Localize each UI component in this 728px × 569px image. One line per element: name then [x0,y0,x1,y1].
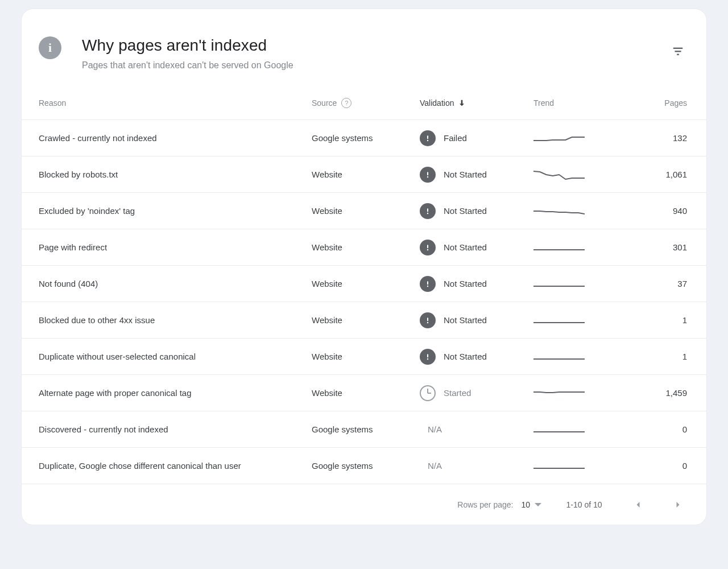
validation-cell: Not Started [420,167,533,183]
rows-per-page-select[interactable]: 10 [521,500,541,509]
table-row[interactable]: Discovered - currently not indexedGoogle… [22,411,706,447]
svg-rect-0 [673,48,683,49]
trend-cell [533,422,640,438]
pages-cell: 1 [640,352,689,361]
table-row[interactable]: Crawled - currently not indexedGoogle sy… [22,119,706,156]
help-icon[interactable]: ? [341,98,351,108]
source-cell: Website [312,279,420,288]
reason-cell: Page with redirect [39,242,312,252]
trend-cell [533,385,640,401]
prev-page-button[interactable] [627,493,650,516]
validation-cell: Not Started [420,203,533,219]
rows-per-page-label: Rows per page: [457,500,513,509]
col-source-label: Source [312,98,337,108]
pages-cell: 301 [640,242,689,252]
indexing-reasons-card: i Why pages aren't indexed Pages that ar… [22,9,706,525]
table-row[interactable]: Page with redirectWebsiteNot Started301 [22,229,706,265]
table-footer: Rows per page: 10 1-10 of 10 [22,484,706,525]
pages-cell: 1 [640,315,689,325]
rows-per-page-value: 10 [521,500,530,509]
caret-down-icon [535,503,541,506]
svg-point-16 [427,358,428,359]
pages-cell: 37 [640,279,689,288]
pages-cell: 132 [640,133,689,143]
table-row[interactable]: Excluded by 'noindex' tagWebsiteNot Star… [22,192,706,229]
svg-rect-1 [675,51,681,52]
source-cell: Google systems [312,133,420,143]
source-cell: Website [312,315,420,325]
svg-rect-3 [427,135,428,139]
trend-cell [533,458,640,474]
reason-cell: Duplicate, Google chose different canoni… [39,461,312,471]
reason-cell: Alternate page with proper canonical tag [39,388,312,398]
svg-rect-7 [427,208,428,212]
source-cell: Website [312,242,420,252]
pages-cell: 1,061 [640,170,689,179]
col-validation[interactable]: Validation [420,98,533,108]
validation-na: N/A [420,424,442,434]
validation-text: Not Started [444,206,487,216]
source-cell: Website [312,388,420,398]
validation-cell: Started [420,385,533,401]
svg-point-14 [427,321,428,323]
alert-icon [420,276,436,292]
svg-point-10 [427,249,428,250]
col-validation-label: Validation [420,98,454,108]
filter-icon [672,45,684,57]
validation-text: Not Started [444,352,487,361]
filter-button[interactable] [667,40,689,63]
validation-cell: Not Started [420,312,533,328]
table-row[interactable]: Blocked by robots.txtWebsiteNot Started1… [22,156,706,192]
pages-cell: 1,459 [640,388,689,398]
svg-rect-15 [427,354,428,357]
validation-text: Not Started [444,279,487,288]
alert-icon [420,203,436,219]
trend-cell [533,276,640,292]
col-trend: Trend [533,98,640,108]
trend-cell [533,240,640,255]
validation-cell: Not Started [420,349,533,365]
svg-point-6 [427,176,428,177]
trend-cell [533,349,640,365]
alert-icon [420,240,436,255]
card-title: Why pages aren't indexed [82,36,667,55]
col-reason[interactable]: Reason [39,98,312,108]
validation-cell: Not Started [420,240,533,255]
trend-cell [533,167,640,183]
validation-cell: N/A [420,461,533,471]
validation-text: Not Started [444,242,487,252]
card-header: i Why pages aren't indexed Pages that ar… [22,9,706,84]
table-row[interactable]: Duplicate without user-selected canonica… [22,338,706,374]
header-titles: Why pages aren't indexed Pages that aren… [82,36,667,71]
validation-cell: N/A [420,424,533,434]
validation-na: N/A [420,461,442,471]
table-row[interactable]: Blocked due to other 4xx issueWebsiteNot… [22,302,706,338]
svg-rect-11 [427,281,428,284]
validation-cell: Failed [420,130,533,146]
source-cell: Website [312,206,420,216]
reason-cell: Discovered - currently not indexed [39,424,312,434]
svg-point-4 [427,139,428,141]
pages-cell: 0 [640,461,689,471]
col-source[interactable]: Source ? [312,98,420,108]
table-row[interactable]: Alternate page with proper canonical tag… [22,374,706,411]
chevron-right-icon [672,499,684,510]
reason-cell: Crawled - currently not indexed [39,133,312,143]
validation-text: Started [444,388,471,398]
reason-cell: Blocked by robots.txt [39,170,312,179]
table-row[interactable]: Not found (404)WebsiteNot Started37 [22,265,706,302]
svg-rect-2 [677,54,679,55]
next-page-button[interactable] [667,493,689,516]
source-cell: Google systems [312,424,420,434]
card-subtitle: Pages that aren't indexed can't be serve… [82,60,667,71]
pages-cell: 0 [640,424,689,434]
trend-cell [533,312,640,328]
table-row[interactable]: Duplicate, Google chose different canoni… [22,447,706,484]
sort-descending-icon [457,98,466,108]
table-header: Reason Source ? Validation Trend Pages [22,84,706,119]
alert-icon [420,312,436,328]
table-body: Crawled - currently not indexedGoogle sy… [22,119,706,484]
svg-point-8 [427,212,428,213]
reason-cell: Blocked due to other 4xx issue [39,315,312,325]
col-pages[interactable]: Pages [640,98,689,108]
